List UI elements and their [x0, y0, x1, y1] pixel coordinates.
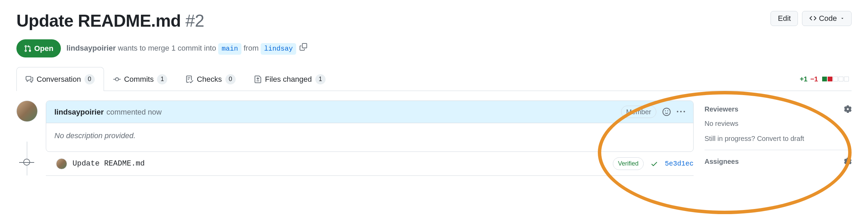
draft-prompt-text: Still in progress?	[705, 135, 757, 142]
comment-author[interactable]: lindsaypoirier	[54, 106, 104, 118]
commit-sha-link[interactable]: 5e3d1ec	[665, 159, 694, 169]
avatar[interactable]	[56, 158, 67, 169]
tab-commits[interactable]: Commits 1	[104, 67, 177, 91]
base-branch-label[interactable]: main	[218, 43, 241, 55]
caret-down-icon	[840, 16, 844, 21]
tab-checks[interactable]: Checks 0	[176, 67, 245, 91]
tab-commits-label: Commits	[124, 74, 154, 85]
sidebar-assignees: Assignees	[705, 150, 852, 177]
tab-conversation[interactable]: Conversation 0	[16, 67, 104, 91]
checklist-icon	[186, 76, 193, 83]
edit-button-label: Edit	[778, 14, 791, 23]
pr-number: #2	[185, 11, 204, 30]
pr-author-link[interactable]: lindsaypoirier	[66, 44, 116, 52]
tab-checks-count: 0	[225, 74, 236, 84]
commit-node-icon	[23, 159, 30, 166]
diffstat-blocks	[822, 77, 849, 81]
diffstat-deletions: −1	[810, 74, 818, 84]
tab-files-changed[interactable]: Files changed 1	[245, 67, 335, 91]
comment-timestamp[interactable]: commented now	[106, 106, 161, 118]
comment-discussion-icon	[26, 76, 33, 83]
comment-box: lindsaypoirier commented now Member	[46, 101, 694, 152]
commit-message-link[interactable]: Update README.md	[73, 158, 145, 169]
code-icon	[809, 15, 817, 22]
file-diff-icon	[254, 76, 262, 83]
head-branch-label[interactable]: lindsay	[261, 43, 296, 55]
convert-to-draft-link[interactable]: Convert to draft	[757, 135, 804, 142]
pr-state-pill: Open	[16, 39, 61, 57]
tab-checks-label: Checks	[197, 74, 222, 85]
pr-title-text: Update README.md	[16, 11, 181, 30]
git-commit-icon	[113, 76, 121, 83]
tab-conversation-label: Conversation	[37, 74, 81, 85]
code-dropdown-button[interactable]: Code	[802, 11, 852, 26]
copy-icon[interactable]	[300, 43, 307, 51]
author-role-badge: Member	[621, 106, 656, 118]
pr-title: Update README.md #2	[16, 8, 204, 34]
check-icon[interactable]	[650, 160, 658, 168]
kebab-icon[interactable]	[677, 108, 685, 116]
merge-text-1: wants to merge 1 commit into	[116, 44, 219, 52]
tab-files-label: Files changed	[265, 74, 312, 85]
merge-text-2: from	[241, 44, 261, 52]
reviewers-none: No reviews	[705, 118, 852, 129]
code-button-label: Code	[819, 14, 837, 23]
diffstat[interactable]: +1 −1	[800, 74, 852, 84]
assignees-heading[interactable]: Assignees	[705, 156, 739, 167]
edit-button[interactable]: Edit	[771, 11, 798, 26]
merge-summary: lindsaypoirier wants to merge 1 commit i…	[66, 42, 307, 55]
sidebar-reviewers: Reviewers No reviews Still in progress? …	[705, 101, 852, 150]
tab-conversation-count: 0	[84, 74, 95, 84]
gear-icon[interactable]	[844, 105, 852, 113]
tab-files-count: 1	[315, 74, 326, 84]
comment-body: No description provided.	[46, 123, 693, 152]
emoji-icon[interactable]	[662, 108, 671, 116]
gear-icon[interactable]	[844, 158, 852, 165]
tab-commits-count: 1	[157, 74, 167, 84]
git-pull-request-icon	[24, 45, 31, 52]
avatar[interactable]	[16, 101, 38, 122]
reviewers-heading[interactable]: Reviewers	[705, 104, 738, 114]
verified-badge[interactable]: Verified	[613, 157, 644, 170]
tab-nav: Conversation 0 Commits 1 Checks 0 Files …	[16, 67, 852, 91]
diffstat-additions: +1	[800, 74, 807, 84]
pr-state-label: Open	[34, 43, 53, 54]
commit-row: Update README.md Verified 5e3d1ec	[46, 152, 694, 176]
